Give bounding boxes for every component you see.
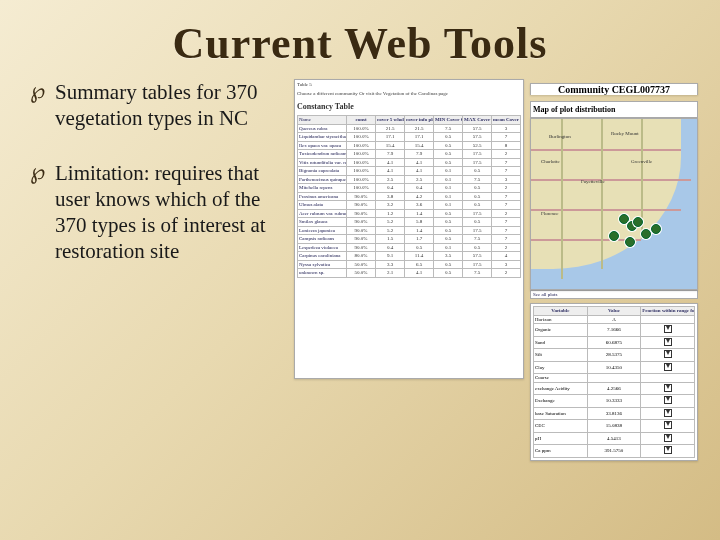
table-cell: CEC bbox=[534, 420, 588, 433]
table-cell: 7 bbox=[492, 167, 521, 176]
table-cell: 60.6875 bbox=[587, 336, 641, 349]
breadcrumb-link-a: Choose a different community bbox=[297, 91, 358, 96]
map-city-label: Burlington bbox=[549, 134, 571, 139]
table-cell: Ca ppm bbox=[534, 445, 588, 458]
table-row: exchange Acidity4.2566 bbox=[534, 382, 695, 395]
table-cell bbox=[641, 361, 695, 374]
table-cell: Organic bbox=[534, 324, 588, 337]
fraction-col-header: Value bbox=[587, 307, 641, 316]
table-cell: 4.1 bbox=[376, 167, 405, 176]
table-cell: 33.8136 bbox=[587, 407, 641, 420]
slide-content: ℘ Summary tables for 370 vegetation type… bbox=[0, 69, 720, 461]
table-cell: 3 bbox=[492, 124, 521, 133]
table-cell: 0.1 bbox=[434, 184, 463, 193]
table-cell: 3.3 bbox=[376, 260, 405, 269]
fraction-table-panel: VariableValueFraction within range for a… bbox=[530, 303, 698, 461]
table-cell: 2 bbox=[492, 150, 521, 159]
table-cell: 11.4 bbox=[405, 252, 434, 261]
table-cell: 0.5 bbox=[434, 209, 463, 218]
table-cell: 9.1 bbox=[376, 252, 405, 261]
table-cell: 0.5 bbox=[434, 269, 463, 278]
table-cell: Campsis radicans bbox=[298, 235, 347, 244]
map-road bbox=[561, 119, 563, 279]
table-cell: 50.0% bbox=[347, 260, 376, 269]
table-cell: Coarse bbox=[534, 374, 588, 383]
table-cell: exchange Acidity bbox=[534, 382, 588, 395]
table-row: Sand60.6875 bbox=[534, 336, 695, 349]
map-pin-icon bbox=[641, 229, 651, 239]
table-cell: 3.2 bbox=[376, 201, 405, 210]
fraction-marker-icon bbox=[664, 446, 672, 454]
table-cell: 4.1 bbox=[405, 269, 434, 278]
table-cell: 50.0% bbox=[347, 269, 376, 278]
table-cell: 1.2 bbox=[376, 209, 405, 218]
table-row: Ulmus alata90.0%3.23.60.10.57 bbox=[298, 201, 521, 210]
table-cell: 7 bbox=[492, 226, 521, 235]
table-cell: 90.0% bbox=[347, 201, 376, 210]
table-row: HorizonA bbox=[534, 315, 695, 324]
table-cell bbox=[641, 315, 695, 324]
table-cell: Horizon bbox=[534, 315, 588, 324]
table-cell: 90.0% bbox=[347, 209, 376, 218]
table-cell: 100.0% bbox=[347, 184, 376, 193]
fraction-marker-icon bbox=[664, 363, 672, 371]
table-cell: 7 bbox=[492, 133, 521, 142]
table-cell: 7.9 bbox=[405, 150, 434, 159]
constancy-col-header: cover 5 whole comm bbox=[376, 116, 405, 125]
map-city-label: Charlotte bbox=[541, 159, 560, 164]
table-cell: 5.2 bbox=[376, 226, 405, 235]
table-cell: 7 bbox=[492, 218, 521, 227]
table-row: Vitis rotundifolia var. rotundifolia100.… bbox=[298, 158, 521, 167]
table-cell: Ilex opaca var. opaca bbox=[298, 141, 347, 150]
table-cell: 80.0% bbox=[347, 252, 376, 261]
table-cell: Bignonia capreolata bbox=[298, 167, 347, 176]
table-cell: 2 bbox=[492, 243, 521, 252]
table-row: Toxicodendron radicans100.0%7.97.90.517.… bbox=[298, 150, 521, 159]
table-row: Smilax glauca90.0%5.25.80.50.57 bbox=[298, 218, 521, 227]
table-cell: 2 bbox=[492, 269, 521, 278]
fraction-marker-icon bbox=[664, 325, 672, 333]
table-cell: 90.0% bbox=[347, 235, 376, 244]
table-cell: Lonicera japonica bbox=[298, 226, 347, 235]
table-cell: 52.5 bbox=[463, 141, 492, 150]
table-cell bbox=[641, 420, 695, 433]
table-cell: 4.1 bbox=[405, 167, 434, 176]
table-cell: 1.7 bbox=[405, 235, 434, 244]
map-heading: Map of plot distribution bbox=[530, 101, 698, 118]
table-cell: 100.0% bbox=[347, 167, 376, 176]
table-cell: Quercus rubra bbox=[298, 124, 347, 133]
constancy-col-header: MIN Cover Code bbox=[434, 116, 463, 125]
table-cell: 17.5 bbox=[463, 209, 492, 218]
table-cell: 0.5 bbox=[434, 133, 463, 142]
constancy-heading: Constancy Table bbox=[297, 102, 521, 111]
table-cell: 90.0% bbox=[347, 192, 376, 201]
see-all-plots-link: See all plots bbox=[530, 290, 698, 299]
table-cell bbox=[641, 445, 695, 458]
table-cell: 100.0% bbox=[347, 124, 376, 133]
community-header: Community CEGL007737 bbox=[530, 83, 698, 95]
map-canvas: Burlington Rocky Mount Charlotte Greenvi… bbox=[530, 118, 698, 290]
map-column: Community CEGL007737 Map of plot distrib… bbox=[530, 79, 698, 461]
table-cell: 1.5 bbox=[376, 235, 405, 244]
top-panels: Table 5 Choose a different community Or … bbox=[294, 79, 702, 461]
table-row: Exchange10.3333 bbox=[534, 395, 695, 408]
table-cell: 8 bbox=[492, 141, 521, 150]
table-row: Silt28.5375 bbox=[534, 349, 695, 362]
table-row: Campsis radicans90.0%1.51.70.57.57 bbox=[298, 235, 521, 244]
table-cell: 0.5 bbox=[463, 184, 492, 193]
table-cell: 17.5 bbox=[463, 260, 492, 269]
table-cell: 21.5 bbox=[376, 124, 405, 133]
table-cell: pH bbox=[534, 432, 588, 445]
table-cell: 4.1 bbox=[376, 158, 405, 167]
table-cell: 7.5 bbox=[463, 269, 492, 278]
map-road bbox=[531, 149, 681, 151]
table-cell: 7 bbox=[492, 235, 521, 244]
map-city-label: Florence bbox=[541, 211, 559, 216]
table-cell: 391.5750 bbox=[587, 445, 641, 458]
table-cell: A bbox=[587, 315, 641, 324]
bullet-text: Summary tables for 370 vegetation types … bbox=[55, 79, 280, 132]
table-row: Lespedeza violacea90.0%0.40.50.10.52 bbox=[298, 243, 521, 252]
fraction-marker-icon bbox=[664, 396, 672, 404]
table-cell bbox=[641, 349, 695, 362]
table-row: Ilex opaca var. opaca100.0%15.415.40.552… bbox=[298, 141, 521, 150]
